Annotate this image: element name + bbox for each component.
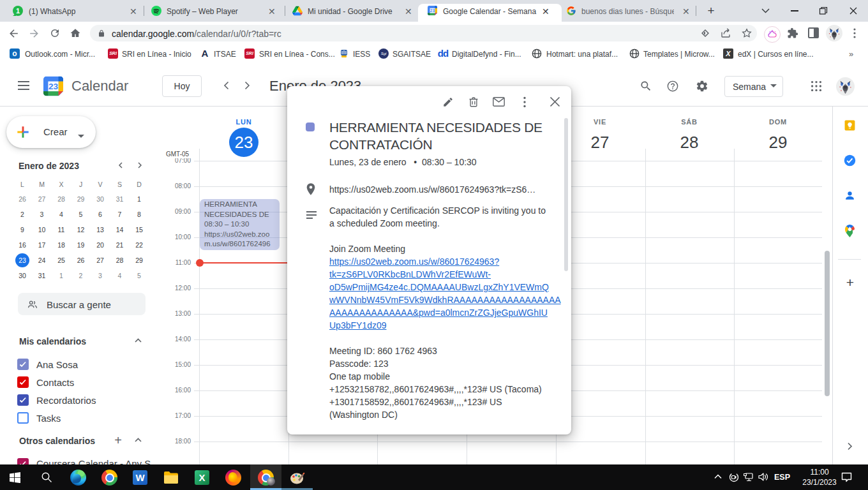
svg-text:23: 23 [49,82,59,91]
svg-text:23: 23 [430,8,435,13]
